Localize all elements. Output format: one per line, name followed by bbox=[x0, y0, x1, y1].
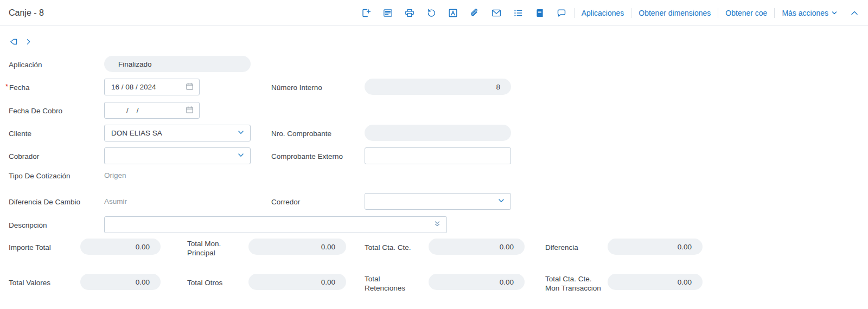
total-cta-cte-label: Total Cta. Cte. bbox=[365, 243, 424, 252]
tipo-de-cotizacion-value: Origen bbox=[104, 171, 126, 179]
chevron-down-icon bbox=[237, 128, 245, 138]
chevron-up-icon bbox=[850, 8, 859, 18]
divider bbox=[574, 8, 575, 18]
chevron-right-icon[interactable] bbox=[24, 37, 33, 46]
header-actions: Aplicaciones Obtener dimensiones Obtener… bbox=[567, 8, 859, 18]
corredor-label: Corredor bbox=[271, 197, 300, 207]
total-cta-cte-mon-transaccion-field: 0.00 bbox=[608, 274, 703, 290]
add-record-icon[interactable] bbox=[361, 8, 372, 18]
total-otros-label: Total Otros bbox=[187, 278, 239, 287]
divider bbox=[631, 8, 631, 18]
diferencia-de-cambio-label: Diferencia De Cambio bbox=[9, 197, 80, 207]
descripcion-input[interactable] bbox=[104, 216, 447, 233]
corredor-select[interactable] bbox=[365, 193, 511, 210]
total-retenciones-field: 0.00 bbox=[429, 274, 525, 290]
total-otros-field: 0.00 bbox=[248, 274, 346, 290]
chevron-down-icon bbox=[831, 10, 838, 16]
total-retenciones-value: 0.00 bbox=[500, 278, 514, 286]
action-obtener-coe[interactable]: Obtener coe bbox=[725, 9, 767, 17]
aplicacion-value: Finalizado bbox=[118, 60, 152, 68]
tipo-de-cotizacion-label: Tipo De Cotización bbox=[9, 171, 71, 181]
numero-interno-value: 8 bbox=[496, 83, 500, 91]
printer-icon[interactable] bbox=[404, 8, 415, 18]
nro-comprobante-field bbox=[365, 125, 511, 141]
diferencia-de-cambio-value: Asumir bbox=[104, 197, 127, 205]
fecha-de-cobro-label: Fecha De Cobro bbox=[9, 106, 62, 115]
fecha-label: *Fecha bbox=[5, 83, 30, 92]
calendar-icon[interactable] bbox=[186, 82, 194, 92]
chevron-down-icon bbox=[497, 197, 505, 206]
action-obtener-dimensiones[interactable]: Obtener dimensiones bbox=[639, 9, 711, 17]
descripcion-label: Descripción bbox=[9, 221, 47, 230]
comprobante-externo-label: Comprobante Externo bbox=[271, 152, 343, 161]
page-title: Canje - 8 bbox=[9, 8, 44, 18]
canje-form-page: Canje - 8 Aplicaciones Obtener dimension… bbox=[0, 0, 868, 309]
tag-icon[interactable] bbox=[9, 37, 18, 47]
cobrador-label: Cobrador bbox=[9, 152, 39, 161]
cliente-label: Cliente bbox=[9, 129, 31, 138]
total-cta-cte-mon-transaccion-label: Total Cta. Cte. Mon Transaccion bbox=[545, 274, 602, 293]
nro-comprobante-label: Nro. Comprobante bbox=[271, 129, 331, 138]
divider bbox=[718, 8, 718, 18]
undo-icon[interactable] bbox=[426, 8, 437, 18]
cliente-select[interactable]: DON ELIAS SA bbox=[104, 125, 251, 141]
diferencia-field: 0.00 bbox=[608, 239, 703, 255]
collapse-form-button[interactable] bbox=[850, 8, 859, 18]
importe-total-value: 0.00 bbox=[136, 243, 150, 251]
bullet-list-icon[interactable] bbox=[513, 8, 524, 18]
required-asterisk: * bbox=[5, 82, 8, 91]
action-mas-acciones[interactable]: Más acciones bbox=[782, 9, 838, 17]
toolbar bbox=[361, 8, 567, 18]
calendar-icon[interactable] bbox=[186, 106, 194, 115]
email-icon[interactable] bbox=[491, 8, 502, 18]
header-bar: Canje - 8 Aplicaciones Obtener dimension… bbox=[0, 0, 868, 26]
importe-total-field: 0.00 bbox=[80, 239, 161, 255]
cobrador-select[interactable] bbox=[104, 147, 251, 164]
total-cta-cte-mon-transaccion-value: 0.00 bbox=[678, 278, 692, 286]
comprobante-externo-input[interactable] bbox=[365, 147, 511, 164]
text-format-icon[interactable] bbox=[448, 8, 458, 18]
diferencia-label: Diferencia bbox=[545, 243, 605, 252]
fecha-input[interactable]: 16 / 08 / 2024 bbox=[104, 79, 200, 95]
total-retenciones-label: Total Retenciones bbox=[365, 274, 414, 293]
fecha-de-cobro-value: / / bbox=[111, 106, 139, 114]
record-nav bbox=[9, 37, 33, 47]
total-cta-cte-field: 0.00 bbox=[429, 239, 525, 255]
numero-interno-field: 8 bbox=[365, 79, 511, 95]
diferencia-value: 0.00 bbox=[678, 243, 692, 251]
numero-interno-label: Número Interno bbox=[271, 83, 322, 92]
total-valores-field: 0.00 bbox=[80, 274, 161, 290]
total-valores-label: Total Valores bbox=[9, 278, 74, 287]
journal-icon[interactable] bbox=[534, 8, 545, 18]
total-mon-principal-label: Total Mon. Principal bbox=[187, 239, 232, 258]
total-otros-value: 0.00 bbox=[321, 278, 335, 286]
aplicacion-label: Aplicación bbox=[9, 60, 42, 69]
total-mon-principal-field: 0.00 bbox=[248, 239, 346, 255]
aplicacion-field: Finalizado bbox=[104, 56, 251, 72]
chevron-down-icon bbox=[237, 151, 245, 160]
total-valores-value: 0.00 bbox=[136, 278, 150, 286]
fecha-de-cobro-input[interactable]: / / bbox=[104, 102, 200, 119]
cliente-value: DON ELIAS SA bbox=[111, 129, 162, 137]
expand-double-chevron-icon[interactable] bbox=[433, 220, 441, 229]
total-mon-principal-value: 0.00 bbox=[321, 243, 335, 251]
comment-icon[interactable] bbox=[556, 8, 567, 18]
fecha-value: 16 / 08 / 2024 bbox=[111, 83, 156, 91]
action-aplicaciones[interactable]: Aplicaciones bbox=[582, 9, 624, 17]
preview-icon[interactable] bbox=[382, 8, 393, 18]
attachment-icon[interactable] bbox=[469, 8, 480, 18]
importe-total-label: Importe Total bbox=[9, 243, 74, 252]
total-cta-cte-value: 0.00 bbox=[500, 243, 514, 251]
divider bbox=[774, 8, 775, 18]
